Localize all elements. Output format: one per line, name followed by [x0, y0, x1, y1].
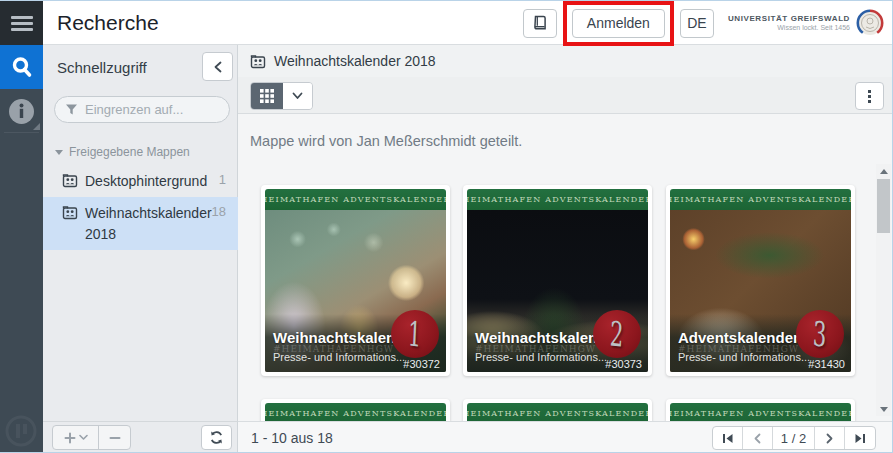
quick-access-panel: Schnellzugriff Freigegebene Mappen [43, 45, 238, 421]
card-image: #heimathafenhgw Weihnachtskalender Press… [265, 210, 446, 372]
card-subtitle: Presse- und Informations... [678, 351, 810, 363]
annotation-highlight-box: Anmelden [563, 1, 674, 46]
top-header-bar: Recherche Anmelden DE UNIVERSITÄT GREIFS… [43, 1, 893, 45]
card-image: #heimathafenhgw Weihnachtskalender Press… [467, 210, 648, 372]
minus-icon [109, 432, 121, 444]
breadcrumb: Weihnachtskalender 2018 [238, 45, 893, 77]
last-page-button[interactable] [845, 427, 875, 449]
add-folder-button[interactable] [53, 426, 99, 449]
shared-folder-icon [250, 54, 266, 69]
tree-group-shared-folders[interactable]: Freigegebene Mappen [43, 139, 238, 165]
asset-card-30372[interactable]: Heimathafen Adventskalender #heimathafen… [261, 185, 450, 376]
refresh-button[interactable] [201, 425, 232, 450]
university-slogan: Wissen lockt. Seit 1456 [728, 24, 850, 33]
card-banner: Heimathafen Adventskalender [670, 189, 851, 210]
breadcrumb-label: Weihnachtskalender 2018 [274, 53, 436, 69]
tree-item-weihnachtskalender-2018[interactable]: Weihnachtskalender 2018 18 [43, 197, 238, 250]
next-page-button[interactable] [815, 427, 845, 449]
university-name: UNIVERSITÄT GREIFSWALD [728, 14, 850, 24]
content-toolbar [238, 77, 893, 114]
search-icon [10, 55, 34, 79]
shared-folder-icon [62, 173, 78, 188]
refresh-icon [209, 430, 224, 445]
scroll-up-button[interactable] [876, 164, 891, 178]
card-asset-id: #30373 [605, 358, 642, 370]
more-options-button[interactable] [855, 82, 884, 110]
chevron-left-icon [213, 61, 223, 73]
previous-page-icon [753, 433, 762, 444]
card-subtitle: Presse- und Informations... [475, 351, 607, 363]
asset-card-30373[interactable]: Heimathafen Adventskalender #heimathafen… [463, 185, 652, 376]
pagination: 1 / 2 [712, 426, 876, 450]
view-mode-dropdown-button[interactable] [283, 83, 312, 109]
caret-down-icon [55, 150, 63, 155]
add-remove-button-group [52, 425, 131, 450]
header-actions: Anmelden DE UNIVERSITÄT GREIFSWALD Wisse… [523, 1, 885, 45]
grid-view-button[interactable] [251, 83, 283, 109]
filter-input[interactable] [54, 96, 230, 123]
tree-item-count: 1 [219, 172, 226, 187]
collapse-panel-button[interactable] [202, 52, 233, 81]
results-footer: 1 - 10 aus 18 1 / 2 [238, 421, 893, 453]
card-title: Adventskalender [678, 329, 799, 346]
filter-funnel-icon [65, 103, 78, 116]
last-page-icon [854, 433, 866, 444]
calendar-number-badge: 2 [593, 310, 641, 358]
shared-folder-icon [62, 205, 78, 220]
grid-view-icon [260, 89, 274, 103]
scroll-up-icon [880, 169, 888, 174]
nav-search-active[interactable] [0, 45, 43, 89]
card-asset-id: #31430 [808, 358, 845, 370]
hamburger-menu-icon [11, 13, 33, 34]
pixelboxx-logo [4, 414, 38, 448]
chevron-down-icon [292, 92, 303, 100]
first-page-button[interactable] [713, 427, 743, 449]
main-content: Weihnachtskalender 2018 [238, 45, 893, 421]
tree-item-count: 18 [212, 204, 226, 219]
scroll-down-button[interactable] [876, 402, 891, 416]
scroll-down-icon [880, 407, 888, 412]
nav-info[interactable] [0, 89, 43, 133]
rail-divider [4, 132, 39, 133]
tree-group-label: Freigegebene Mappen [69, 145, 190, 159]
university-seal-icon [855, 8, 885, 38]
chevron-down-icon [79, 434, 88, 441]
filter-field-wrap [54, 96, 230, 123]
calendar-number-badge: 1 [391, 310, 439, 358]
help-book-button[interactable] [523, 9, 557, 38]
scrollbar-thumb[interactable] [877, 179, 890, 233]
panel-footer [43, 421, 238, 453]
asset-card-31430[interactable]: Heimathafen Adventskalender #heimathafen… [666, 185, 855, 376]
main-menu-button[interactable] [0, 1, 43, 45]
folder-tree: Freigegebene Mappen Desktophintergrund 1 [43, 139, 238, 250]
next-page-icon [825, 433, 834, 444]
remove-folder-button[interactable] [99, 426, 130, 449]
login-button[interactable]: Anmelden [572, 9, 665, 38]
panel-title: Schnellzugriff [57, 59, 147, 76]
submenu-corner-indicator [33, 123, 40, 130]
view-mode-split-button[interactable] [250, 82, 313, 110]
university-logo-text: UNIVERSITÄT GREIFSWALD Wissen lockt. Sei… [728, 14, 850, 33]
card-banner: Heimathafen Adventskalender [265, 189, 446, 210]
app-window: Recherche Anmelden DE UNIVERSITÄT GREIFS… [0, 0, 893, 453]
kebab-menu-icon [868, 90, 871, 93]
previous-page-button[interactable] [743, 427, 773, 449]
page-indicator: 1 / 2 [773, 427, 815, 449]
results-range-label: 1 - 10 aus 18 [251, 430, 333, 446]
language-button[interactable]: DE [680, 9, 714, 38]
first-page-icon [722, 433, 734, 444]
tree-item-desktophintergrund[interactable]: Desktophintergrund 1 [43, 165, 238, 197]
icon-rail [0, 1, 43, 453]
university-logo: UNIVERSITÄT GREIFSWALD Wissen lockt. Sei… [728, 8, 885, 38]
calendar-number-badge: 3 [796, 310, 844, 358]
panel-header: Schnellzugriff [43, 45, 237, 89]
book-icon [531, 15, 548, 32]
vertical-scrollbar[interactable] [876, 164, 891, 416]
info-icon [8, 98, 35, 125]
card-banner: Heimathafen Adventskalender [467, 189, 648, 210]
page-title: Recherche [57, 11, 159, 35]
plus-icon [64, 432, 76, 444]
card-subtitle: Presse- und Informations... [273, 351, 405, 363]
card-image: #heimathafenhgw Adventskalender Presse- … [670, 210, 851, 372]
share-message: Mappe wird von Jan Meßerschmidt geteilt. [250, 133, 522, 149]
